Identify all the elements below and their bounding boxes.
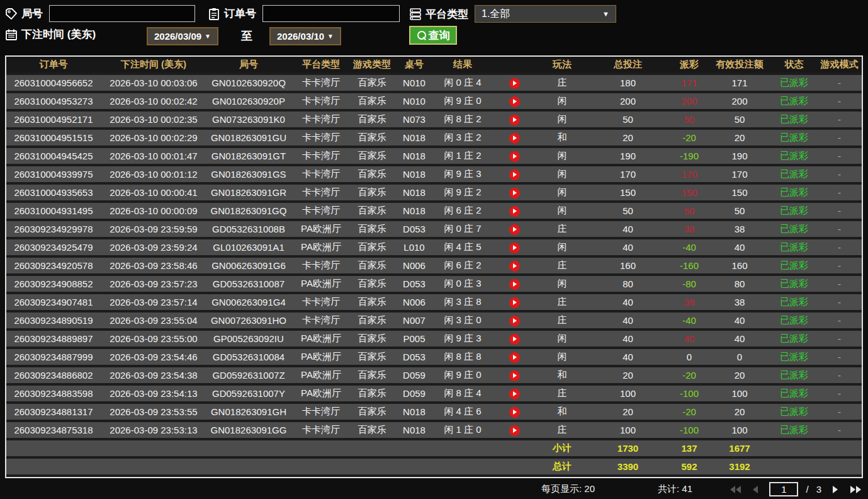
table-number-cell: N018: [393, 187, 436, 198]
round-number-label: 局号: [21, 6, 43, 21]
replay-play-button[interactable]: [509, 389, 520, 399]
replay-play-button[interactable]: [509, 151, 520, 162]
replay-play-button[interactable]: [509, 243, 520, 253]
replay-play-button[interactable]: [509, 425, 520, 436]
replay-cell: [490, 95, 539, 107]
betting-records-page: 局号 订单号 平台类型 1.全部 ▼ 下注时间 (美东): [0, 0, 868, 499]
status-badge: 已派彩: [771, 314, 817, 326]
platform-cell: 卡卡湾厅: [291, 406, 351, 418]
game-mode-cell: -: [817, 96, 862, 106]
payout-cell: 170: [670, 169, 708, 180]
result-cell: 闲 9 庄 3: [436, 333, 490, 345]
table-number-cell: N018: [393, 406, 436, 417]
replay-play-button[interactable]: [509, 370, 520, 381]
replay-play-button[interactable]: [509, 115, 520, 125]
bet-time-cell: 2026-03-10 00:02:42: [101, 96, 206, 106]
page-number-input[interactable]: [769, 482, 798, 496]
table-row: 260309234929978 2026-03-09 23:59:59 GD05…: [6, 221, 862, 237]
result-cell: 闲 8 庄 8: [436, 351, 490, 363]
platform-type-label: 平台类型: [426, 7, 468, 21]
search-button[interactable]: 查询: [409, 26, 457, 45]
status-badge: 已派彩: [771, 132, 817, 144]
chevron-down-icon: ▼: [602, 10, 609, 18]
platform-cell: 卡卡湾厅: [291, 424, 351, 436]
result-cell: 闲 1 庄 0: [436, 424, 490, 436]
valid-bet-cell: 50: [708, 114, 771, 125]
replay-play-button[interactable]: [509, 352, 520, 363]
total-bet-cell: 50: [585, 114, 670, 125]
table-row: 260309234925479 2026-03-09 23:59:24 GL01…: [6, 239, 862, 255]
round-number-cell: GD0592631007Y: [206, 388, 291, 399]
replay-play-button[interactable]: [509, 188, 520, 198]
table-number-cell: N018: [393, 205, 436, 216]
valid-bet-cell: 160: [708, 260, 771, 271]
total-bet-cell: 40: [585, 315, 670, 326]
total-bet-cell: 40: [585, 242, 670, 253]
game-type-cell: 百家乐: [351, 260, 393, 272]
table-number-cell: N010: [393, 96, 436, 106]
round-number-cell: GN018263091GR: [206, 187, 291, 198]
order-number-cell: 260309234889897: [6, 333, 101, 344]
game-mode-cell: -: [817, 370, 862, 381]
table-row: 260309234920578 2026-03-09 23:58:46 GN00…: [6, 258, 862, 273]
date-from-picker[interactable]: 2026/03/09 ▼: [147, 27, 218, 45]
replay-play-button[interactable]: [509, 279, 520, 290]
result-cell: 闲 8 庄 2: [436, 113, 490, 125]
game-type-cell: 百家乐: [351, 314, 393, 326]
prev-page-button[interactable]: [749, 484, 762, 495]
replay-play-button[interactable]: [509, 261, 520, 272]
replay-play-button[interactable]: [509, 297, 520, 308]
replay-play-button[interactable]: [509, 316, 520, 326]
replay-play-button[interactable]: [509, 407, 520, 418]
last-page-button[interactable]: [849, 484, 862, 495]
game-mode-cell: -: [817, 425, 862, 435]
platform-cell: PA欧洲厅: [291, 369, 351, 381]
bet-time-cell: 2026-03-09 23:59:59: [101, 224, 206, 234]
platform-cell: 卡卡湾厅: [291, 260, 351, 272]
game-mode-cell: -: [817, 388, 862, 399]
next-page-button[interactable]: [829, 484, 842, 495]
table-body: 260310004956652 2026-03-10 00:03:06 GN01…: [6, 75, 862, 438]
first-page-button[interactable]: [729, 484, 741, 495]
replay-play-button[interactable]: [509, 133, 520, 144]
bet-time-cell: 2026-03-10 00:00:41: [101, 187, 206, 198]
total-bet: 3390: [585, 461, 670, 472]
game-type-cell: 百家乐: [351, 241, 393, 253]
replay-play-button[interactable]: [509, 169, 520, 180]
order-number-input[interactable]: [262, 5, 400, 22]
table-number-cell: D053: [393, 352, 436, 362]
table-row: 260309234883598 2026-03-09 23:54:13 GD05…: [6, 386, 862, 401]
platform-cell: 卡卡湾厅: [291, 132, 351, 144]
play-type-cell: 闲: [539, 186, 585, 198]
payout-cell: -100: [670, 425, 708, 435]
valid-bet-cell: 20: [708, 406, 771, 417]
replay-play-button[interactable]: [509, 96, 520, 107]
column-header: 局号: [206, 59, 291, 71]
calendar-icon: [5, 28, 18, 41]
round-number-cell: GD05326310084: [206, 352, 291, 362]
table-header-row: 订单号下注时间 (美东)局号平台类型游戏类型桌号结果玩法总投注派彩有效投注额状态…: [6, 57, 862, 72]
round-number-cell: GN0102630920Q: [206, 77, 291, 88]
column-header: 玩法: [539, 59, 585, 71]
round-number-input[interactable]: [49, 5, 195, 22]
replay-play-button[interactable]: [509, 206, 520, 217]
total-bet-cell: 40: [585, 352, 670, 362]
bet-time-cell: 2026-03-10 00:00:09: [101, 205, 206, 216]
round-number-cell: GN0102630920P: [206, 96, 291, 106]
replay-play-button[interactable]: [509, 78, 520, 89]
date-to-picker[interactable]: 2026/03/10 ▼: [269, 27, 341, 45]
valid-bet-cell: 200: [708, 96, 771, 106]
replay-play-button[interactable]: [509, 334, 520, 345]
total-bet-cell: 200: [585, 96, 670, 106]
platform-type-select[interactable]: 1.全部 ▼: [475, 5, 616, 23]
order-number-cell: 260310004945425: [6, 151, 101, 161]
table-number-cell: N018: [393, 132, 436, 143]
game-type-cell: 百家乐: [351, 333, 393, 345]
replay-play-button[interactable]: [509, 224, 520, 235]
result-cell: 闲 3 庄 0: [436, 314, 490, 326]
game-mode-cell: -: [817, 169, 862, 180]
table-row: 260310004935653 2026-03-10 00:00:41 GN01…: [6, 185, 862, 200]
order-number-cell: 260309234907481: [6, 297, 101, 307]
game-mode-cell: -: [817, 352, 862, 362]
play-type-cell: 庄: [539, 77, 585, 89]
